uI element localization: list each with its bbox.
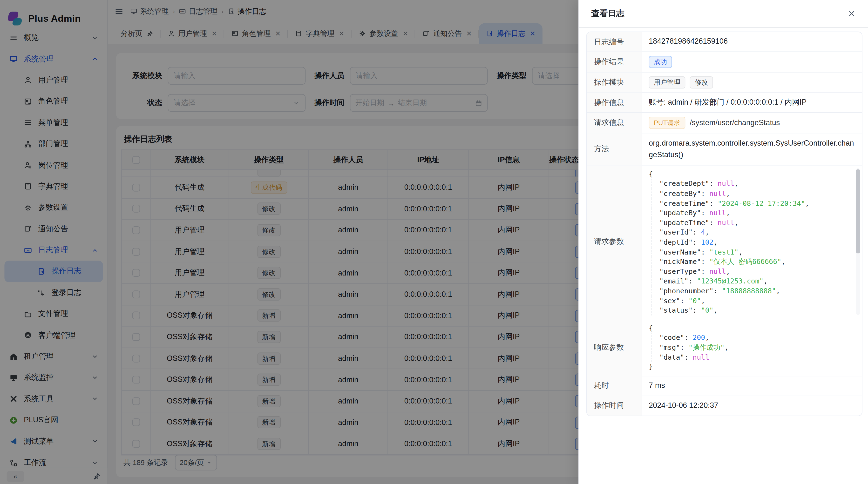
code-line: "data": null bbox=[651, 352, 852, 362]
detail-row-cost: 耗时 7 ms bbox=[587, 376, 862, 396]
code-line: "updateBy": null, bbox=[651, 208, 852, 218]
code-line: { bbox=[649, 323, 852, 333]
code-line: "msg": "操作成功", bbox=[651, 343, 852, 352]
cost-label: 耗时 bbox=[587, 376, 642, 395]
code-line: "status": "0", bbox=[651, 305, 852, 315]
drawer-backdrop[interactable] bbox=[0, 0, 579, 484]
code-line: "deptId": 102, bbox=[651, 237, 852, 247]
op-time-value: 2024-10-06 12:20:37 bbox=[642, 396, 862, 416]
method-label: 方法 bbox=[587, 133, 642, 165]
code-line: { bbox=[649, 169, 852, 179]
log-id-label: 日志编号 bbox=[587, 32, 642, 51]
code-line: "phonenumber": "18888888888", bbox=[651, 286, 852, 296]
code-line: "code": 200, bbox=[651, 333, 852, 343]
log-id-value: 1842781986426159106 bbox=[642, 32, 862, 51]
module-tag: 用户管理 bbox=[649, 76, 685, 89]
code-line: "email": "12345@1253.com", bbox=[651, 277, 852, 286]
code-line: "updateTime": null, bbox=[651, 218, 852, 228]
code-scrollbar[interactable] bbox=[856, 168, 860, 315]
code-scrollbar-thumb[interactable] bbox=[856, 169, 860, 253]
detail-row-resp-params: 响应参数 {"code": 200,"msg": "操作成功","data": … bbox=[587, 319, 862, 376]
response-params-json: {"code": 200,"msg": "操作成功","data": null} bbox=[649, 323, 852, 372]
request-params-json: {"createDept": null,"createBy": null,"cr… bbox=[649, 169, 852, 315]
req-params-label: 请求参数 bbox=[587, 165, 642, 319]
code-line: "createTime": "2024-08-12 17:20:34", bbox=[651, 198, 852, 208]
detail-row-req-params: 请求参数 {"createDept": null,"createBy": nul… bbox=[587, 165, 862, 319]
status-badge: 成功 bbox=[649, 56, 672, 68]
cost-value: 7 ms bbox=[642, 376, 862, 395]
detail-row-log-id: 日志编号 1842781986426159106 bbox=[587, 32, 862, 52]
detail-row-module: 操作模块 用户管理 修改 bbox=[587, 72, 862, 93]
info-value: 账号: admin / 研发部门 / 0:0:0:0:0:0:0:1 / 内网I… bbox=[642, 93, 862, 112]
log-detail-table: 日志编号 1842781986426159106 操作结果 成功 操作模块 用户… bbox=[586, 32, 863, 416]
view-log-drawer: 查看日志 日志编号 1842781986426159106 操作结果 成功 操作… bbox=[579, 0, 868, 484]
method-value: org.dromara.system.controller.system.Sys… bbox=[642, 133, 862, 165]
close-icon[interactable] bbox=[847, 9, 856, 18]
code-line: "createDept": null, bbox=[651, 179, 852, 189]
http-method-badge: PUT请求 bbox=[649, 117, 685, 129]
code-line: "userName": "test1", bbox=[651, 247, 852, 257]
code-line: "sex": "0", bbox=[651, 296, 852, 305]
code-line: } bbox=[649, 362, 852, 372]
app-root: Plus Admin 概览系统管理用户管理角色管理菜单管理部门管理岗位管理字典管… bbox=[0, 0, 868, 484]
request-label: 请求信息 bbox=[587, 113, 642, 133]
result-label: 操作结果 bbox=[587, 52, 642, 72]
action-tag: 修改 bbox=[690, 76, 713, 89]
detail-row-op-time: 操作时间 2024-10-06 12:20:37 bbox=[587, 396, 862, 416]
module-label: 操作模块 bbox=[587, 72, 642, 93]
resp-params-label: 响应参数 bbox=[587, 319, 642, 376]
detail-row-result: 操作结果 成功 bbox=[587, 52, 862, 72]
code-line: "userId": 4, bbox=[651, 228, 852, 237]
info-label: 操作信息 bbox=[587, 93, 642, 112]
drawer-header: 查看日志 bbox=[579, 0, 868, 28]
detail-row-method: 方法 org.dromara.system.controller.system.… bbox=[587, 133, 862, 165]
drawer-title: 查看日志 bbox=[591, 8, 624, 19]
op-time-label: 操作时间 bbox=[587, 396, 642, 416]
request-url: /system/user/changeStatus bbox=[690, 117, 780, 129]
detail-row-info: 操作信息 账号: admin / 研发部门 / 0:0:0:0:0:0:0:1 … bbox=[587, 93, 862, 113]
code-line: "userType": null, bbox=[651, 266, 852, 276]
detail-row-request: 请求信息 PUT请求 /system/user/changeStatus bbox=[587, 113, 862, 133]
code-line: "nickName": "仅本人 密码666666", bbox=[651, 257, 852, 266]
code-line: "createBy": null, bbox=[651, 189, 852, 198]
